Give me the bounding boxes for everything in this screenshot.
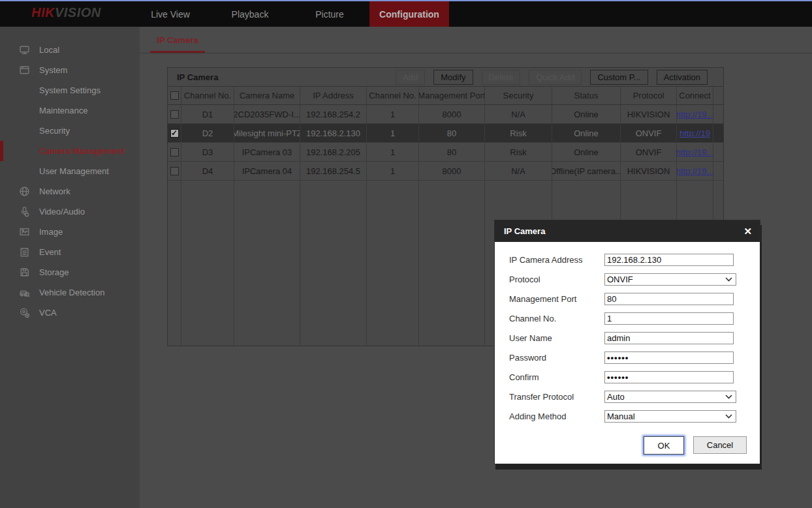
sidebar-item-system[interactable]: System	[0, 60, 140, 80]
sidebar-item-vehicle-detection[interactable]: Vehicle Detection	[0, 282, 140, 303]
col-header-channel-no-2: Channel No.	[367, 87, 419, 104]
nav-tab-configuration[interactable]: Configuration	[369, 1, 449, 27]
adding-method-select[interactable]: Manual	[604, 410, 736, 423]
field-label: Adding Method	[509, 411, 604, 421]
activation-button[interactable]: Activation	[657, 70, 708, 85]
sidebar-item-network[interactable]: Network	[0, 181, 140, 202]
cell-status: Online	[552, 105, 621, 123]
storage-icon	[18, 267, 30, 278]
nav-tab-picture[interactable]: Picture	[290, 1, 369, 27]
cell-camera-name: Milesight mini-PTZ	[234, 124, 300, 142]
cell-ip: 192.168.254.2	[300, 105, 367, 123]
vehicle-icon	[18, 287, 30, 299]
sidebar-item-maintenance[interactable]: Maintenance	[0, 100, 140, 121]
sidebar-item-event[interactable]: Event	[0, 242, 140, 262]
sidebar-item-camera-management[interactable]: Camera Management	[0, 141, 140, 161]
field-label: User Name	[509, 333, 604, 343]
row-checkbox[interactable]	[170, 148, 179, 157]
connect-link[interactable]: http://19...	[677, 147, 713, 157]
password-input[interactable]	[604, 351, 734, 364]
col-header-connect: Connect	[677, 87, 713, 104]
sidebar-item-video-audio[interactable]: Video/Audio	[0, 202, 140, 222]
toolbar-buttons: Add Modify Delete Quick Add Custom P... …	[387, 70, 708, 85]
globe-icon	[18, 186, 30, 198]
cell-port: 80	[419, 143, 485, 161]
active-accent-bar	[0, 141, 3, 161]
cell-protocol: ONVIF	[621, 143, 677, 161]
cell-channel: D3	[181, 143, 234, 161]
cell-protocol: ONVIF	[621, 124, 677, 142]
system-icon	[18, 65, 30, 76]
connect-link[interactable]: http://19...	[677, 110, 713, 119]
cell-protocol: HIKVISION	[621, 105, 677, 123]
ip-camera-address-input[interactable]	[604, 254, 734, 266]
microphone-icon	[18, 206, 30, 218]
cancel-button[interactable]: Cancel	[693, 436, 747, 454]
connect-link[interactable]: http://19	[679, 128, 710, 138]
sidebar-item-security[interactable]: Security	[0, 121, 140, 141]
sidebar-item-local[interactable]: Local	[0, 40, 140, 60]
vca-icon	[18, 307, 30, 319]
sidebar-item-user-management[interactable]: User Management	[0, 161, 140, 181]
management-port-input[interactable]	[604, 293, 734, 305]
main-nav: Live View Playback Picture Configuration	[131, 1, 449, 27]
col-header-status: Status	[552, 87, 621, 104]
sidebar-item-system-settings[interactable]: System Settings	[0, 80, 140, 100]
dialog-title: IP Camera	[504, 226, 545, 236]
connect-link[interactable]: http://19...	[677, 166, 713, 176]
cell-status: Offline(IP camera...	[552, 162, 621, 180]
cell-channel: D2	[181, 124, 234, 142]
modify-button[interactable]: Modify	[433, 70, 473, 85]
cell-security: N/A	[485, 105, 552, 123]
table-row[interactable]: D3 IPCamera 03 192.168.2.205 1 80 Risk O…	[168, 143, 723, 162]
sidebar-item-vca[interactable]: VCA	[0, 303, 140, 323]
cell-security: Risk	[485, 143, 552, 161]
col-header-security: Security	[485, 87, 552, 104]
hikvision-logo: HIKVISION	[31, 5, 101, 20]
field-label: Protocol	[509, 275, 604, 284]
cell-camera-name: 2CD2035FWD-I...	[234, 105, 300, 123]
cell-camera-name: IPCamera 04	[234, 162, 300, 180]
panel-title: IP Camera	[177, 72, 218, 82]
transfer-protocol-select[interactable]: Auto	[604, 391, 736, 403]
cell-protocol: HIKVISION	[621, 162, 677, 180]
select-all-checkbox[interactable]	[170, 91, 179, 100]
sidebar-item-storage[interactable]: Storage	[0, 262, 140, 282]
delete-button: Delete	[482, 70, 521, 85]
cell-channel-no: 1	[367, 162, 419, 180]
tab-ip-camera[interactable]: IP Camera	[150, 33, 205, 53]
quick-add-button: Quick Add	[529, 70, 582, 85]
table-row[interactable]: D4 IPCamera 04 192.168.254.5 1 8000 N/A …	[168, 162, 723, 181]
table-row[interactable]: D1 2CD2035FWD-I... 192.168.254.2 1 8000 …	[168, 105, 723, 124]
top-bar: HIKVISION Live View Playback Picture Con…	[0, 1, 812, 27]
cell-ip: 192.168.2.130	[300, 124, 367, 142]
ok-button[interactable]: OK	[644, 436, 684, 455]
field-label: Confirm	[509, 372, 604, 382]
sidebar: Local System System Settings Maintenance…	[0, 27, 140, 508]
cell-status: Online	[552, 143, 621, 161]
channel-no-input[interactable]	[604, 312, 734, 325]
row-checkbox[interactable]	[170, 167, 179, 175]
cell-channel-no: 1	[367, 143, 419, 161]
cell-security: Risk	[485, 124, 552, 142]
sidebar-item-image[interactable]: Image	[0, 222, 140, 242]
close-icon[interactable]: ✕	[743, 226, 752, 237]
protocol-select[interactable]: ONVIF	[604, 273, 736, 286]
ip-camera-dialog: IP Camera ✕ IP Camera Address Protocol O…	[494, 220, 760, 464]
user-name-input[interactable]	[604, 332, 734, 344]
event-icon	[18, 247, 30, 258]
cell-ip: 192.168.2.205	[300, 143, 367, 161]
custom-protocol-button[interactable]: Custom P...	[590, 70, 648, 85]
cell-security: N/A	[485, 162, 552, 180]
confirm-password-input[interactable]	[604, 371, 734, 383]
chevron-down-icon	[725, 395, 732, 399]
col-header-channel-no: Channel No.	[181, 87, 234, 104]
nav-tab-live-view[interactable]: Live View	[131, 1, 210, 27]
row-checkbox[interactable]	[170, 110, 179, 119]
col-header-spacer	[713, 87, 723, 104]
field-label: Password	[509, 353, 604, 363]
table-row-selected[interactable]: ✓ D2 Milesight mini-PTZ 192.168.2.130 1 …	[168, 124, 723, 143]
nav-tab-playback[interactable]: Playback	[210, 1, 290, 27]
row-checkbox-checked[interactable]: ✓	[170, 129, 179, 138]
panel-toolbar: IP Camera Add Modify Delete Quick Add Cu…	[168, 68, 723, 87]
